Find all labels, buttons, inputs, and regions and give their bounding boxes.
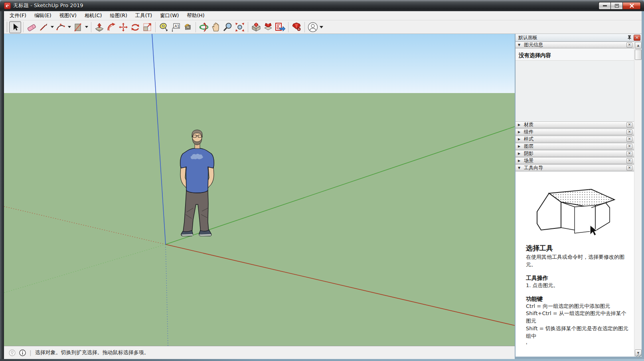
arc-tool-button[interactable] xyxy=(55,21,67,33)
section-close-button[interactable]: ✕ xyxy=(626,165,632,171)
move-tool-button[interactable] xyxy=(117,21,129,33)
select-arrow-icon xyxy=(11,23,19,31)
eraser-tool-button[interactable] xyxy=(26,21,38,33)
tray-close-button[interactable]: ✕ xyxy=(634,35,640,41)
text-icon: A1 xyxy=(171,22,180,32)
section-instructor[interactable]: ▼ 工具向导 ✕ xyxy=(516,165,634,171)
account-dropdown[interactable] xyxy=(319,21,324,33)
rotate-tool-button[interactable] xyxy=(129,21,141,33)
minimize-button[interactable] xyxy=(599,2,610,10)
section-scenes[interactable]: ▶ 场景 ✕ xyxy=(516,157,634,164)
instructor-tool-title: 选择工具 xyxy=(526,244,629,253)
section-label: 阴影 xyxy=(524,150,624,157)
close-button[interactable] xyxy=(622,2,641,10)
toolbar-drag-handle[interactable] xyxy=(6,22,8,32)
svg-text:A1: A1 xyxy=(175,24,180,28)
extension-warehouse-button[interactable] xyxy=(290,21,302,33)
rectangle-tool-button[interactable] xyxy=(72,21,84,33)
zoom-extents-tool-button[interactable] xyxy=(234,21,246,33)
status-bar: | 选择对象。切换到扩充选择。拖动鼠标选择多项。 xyxy=(4,346,515,359)
section-styles[interactable]: ▶ 样式 ✕ xyxy=(516,136,634,143)
maximize-button[interactable] xyxy=(610,2,622,10)
menu-tools[interactable]: 工具(T) xyxy=(131,11,156,20)
tray-title-bar[interactable]: 默认面板 ✕ xyxy=(516,34,642,42)
account-button[interactable] xyxy=(307,21,319,33)
collapse-arrow-icon: ▼ xyxy=(518,43,522,47)
panel-scrollbar[interactable]: ▲ ▼ xyxy=(634,42,642,357)
sky xyxy=(4,34,515,93)
toolbar-separator xyxy=(248,22,248,32)
zoom-tool-button[interactable] xyxy=(222,21,234,33)
3d-warehouse-button[interactable] xyxy=(250,21,262,33)
instructor-text: 选择工具 在使用其他工具或命令时，选择要修改的图元。 工具操作 1. 点击图元。… xyxy=(516,238,634,348)
tray-title: 默认面板 xyxy=(518,34,626,41)
section-close-button[interactable]: ✕ xyxy=(626,137,632,142)
info-icon[interactable] xyxy=(19,349,26,356)
arc-icon xyxy=(56,23,65,32)
menu-file[interactable]: 文件(F) xyxy=(6,11,30,20)
collapse-arrow-icon: ▼ xyxy=(518,166,522,170)
section-label: 工具向导 xyxy=(524,165,624,171)
scroll-up-button[interactable]: ▲ xyxy=(635,42,642,49)
entity-info-empty-area xyxy=(516,61,634,121)
section-label: 场景 xyxy=(524,157,624,164)
line-tool-button[interactable] xyxy=(38,21,49,33)
orbit-tool-button[interactable] xyxy=(198,21,210,33)
section-close-button[interactable]: ✕ xyxy=(626,151,632,156)
scale-tool-button[interactable] xyxy=(141,21,153,33)
paint-bucket-tool-button[interactable] xyxy=(182,21,194,33)
geolocation-icon[interactable] xyxy=(9,349,16,356)
section-close-button[interactable]: ✕ xyxy=(626,129,632,135)
scroll-thumb[interactable] xyxy=(635,50,642,60)
expand-arrow-icon: ▶ xyxy=(518,152,522,155)
paint-bucket-icon xyxy=(183,22,192,32)
menu-view[interactable]: 视图(V) xyxy=(55,11,81,20)
send-to-layout-button[interactable] xyxy=(274,21,286,33)
menu-edit[interactable]: 编辑(E) xyxy=(30,11,55,20)
line-tool-dropdown[interactable] xyxy=(49,21,55,33)
window-bottom-border xyxy=(0,359,644,361)
close-icon xyxy=(630,4,634,8)
pan-tool-button[interactable] xyxy=(210,21,222,33)
menu-draw[interactable]: 绘图(R) xyxy=(106,11,131,20)
section-close-button[interactable]: ✕ xyxy=(626,158,632,163)
menu-help[interactable]: 帮助(H) xyxy=(183,11,208,20)
house-drawing xyxy=(531,182,618,238)
section-close-button[interactable]: ✕ xyxy=(626,122,632,127)
tape-measure-tool-button[interactable] xyxy=(158,21,170,33)
instructor-key-line: Shift = 切换选择某个图元是否在选定的图元组中 xyxy=(526,325,629,340)
section-close-button[interactable]: ✕ xyxy=(626,144,632,149)
toolbar-separator xyxy=(23,22,24,32)
extension-warehouse-icon xyxy=(292,22,301,32)
section-components[interactable]: ▶ 组件 ✕ xyxy=(516,129,634,135)
chevron-down-icon xyxy=(85,26,88,28)
section-close-button[interactable]: ✕ xyxy=(626,42,632,48)
get-models-icon xyxy=(263,22,273,32)
resize-grip[interactable] xyxy=(636,354,642,359)
follow-me-icon xyxy=(107,22,116,32)
section-label: 材质 xyxy=(524,121,624,128)
scale-icon xyxy=(142,22,152,32)
toolbar-separator xyxy=(155,22,156,32)
arc-tool-dropdown[interactable] xyxy=(67,21,72,33)
text-tool-button[interactable]: A1 xyxy=(170,21,182,33)
section-materials[interactable]: ▶ 材质 ✕ xyxy=(516,121,634,128)
get-models-button[interactable] xyxy=(262,21,274,33)
rectangle-tool-dropdown[interactable] xyxy=(84,21,89,33)
section-layers[interactable]: ▶ 图层 ✕ xyxy=(516,143,634,150)
model-viewport[interactable] xyxy=(4,34,515,346)
sketchup-logo-icon xyxy=(4,2,11,9)
section-shadows[interactable]: ▶ 阴影 ✕ xyxy=(516,150,634,157)
menu-camera[interactable]: 相机(C) xyxy=(81,11,106,20)
follow-me-tool-button[interactable] xyxy=(105,21,117,33)
section-label: 图层 xyxy=(524,143,624,150)
push-pull-tool-button[interactable] xyxy=(93,21,105,33)
section-entity-info[interactable]: ▼ 图元信息 ✕ xyxy=(516,42,634,48)
instructor-trailing-mark: ' xyxy=(526,342,629,348)
title-bar[interactable]: 无标题 - SketchUp Pro 2019 xyxy=(0,0,644,11)
pin-button[interactable] xyxy=(626,35,632,41)
instructor-operations-heading: 工具操作 xyxy=(526,275,629,282)
section-label: 图元信息 xyxy=(524,42,624,48)
select-tool-button[interactable] xyxy=(9,21,21,33)
menu-window[interactable]: 窗口(W) xyxy=(156,11,183,20)
